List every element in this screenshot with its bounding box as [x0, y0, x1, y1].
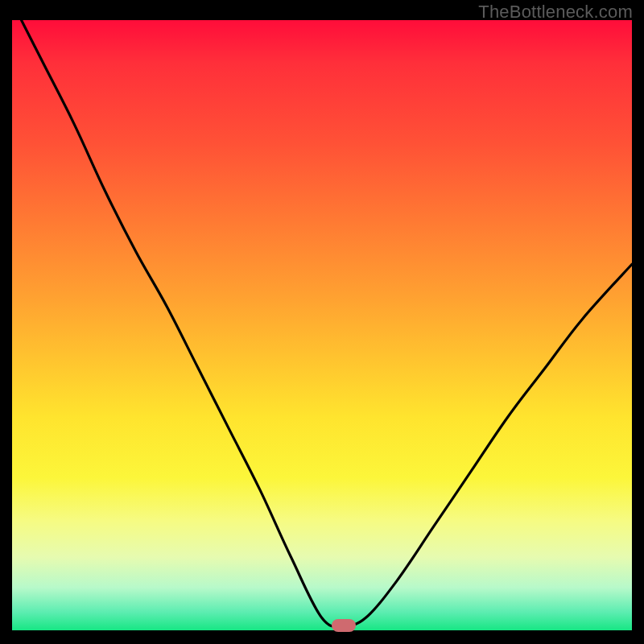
- chart-frame: TheBottleneck.com: [0, 0, 644, 644]
- minimum-marker: [332, 619, 356, 632]
- plot-area: [12, 20, 632, 630]
- bottleneck-curve: [12, 20, 632, 630]
